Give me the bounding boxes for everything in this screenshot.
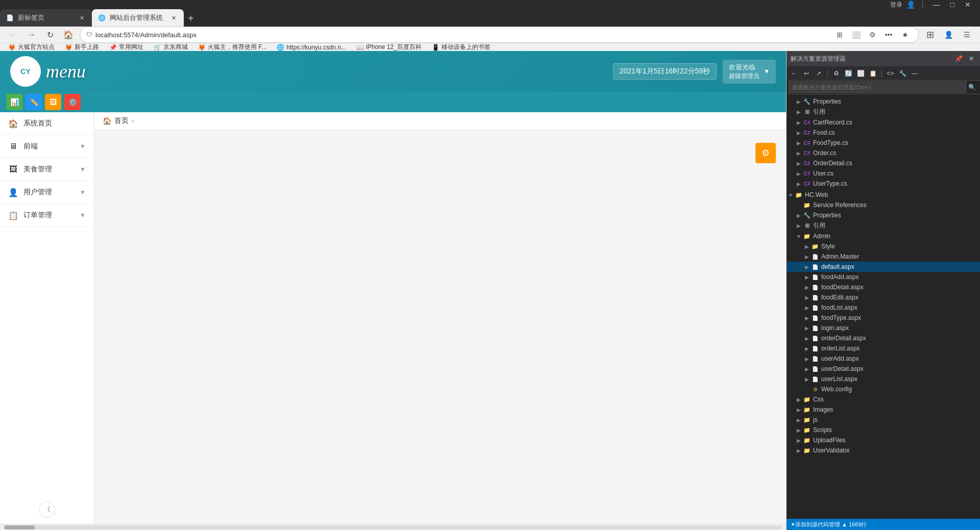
tree-item-orderlist-aspx[interactable]: ▶ 📄 orderList.aspx bbox=[787, 343, 980, 354]
vs-sync-btn[interactable]: ↗ bbox=[813, 68, 824, 79]
sync-button[interactable]: ⚙ bbox=[865, 28, 879, 42]
tree-label-props-web: Properties bbox=[813, 212, 980, 219]
vs-close-panel-button[interactable]: ✕ bbox=[967, 54, 976, 63]
bookmark-button[interactable]: ★ bbox=[898, 28, 912, 42]
tab-admin[interactable]: 🌐 网站后台管理系统 ✕ bbox=[92, 9, 184, 27]
tree-item-admin-folder[interactable]: ▼ 📁 Admin bbox=[787, 231, 980, 241]
tree-item-foodadd-aspx[interactable]: ▶ 📄 foodAdd.aspx bbox=[787, 272, 980, 282]
back-button[interactable]: ← bbox=[6, 28, 20, 42]
vs-pin-button[interactable]: 📌 bbox=[953, 54, 965, 63]
tree-item-orderdetail[interactable]: ▶ C# OrderDetail.cs bbox=[787, 158, 980, 168]
sidebar-item-frontend[interactable]: 🖥 前端 ▼ bbox=[0, 135, 94, 158]
user-dropdown[interactable]: 欢迎光临 超级管理员 ▼ bbox=[723, 60, 776, 84]
vs-properties-btn[interactable]: 🔧 bbox=[897, 68, 908, 79]
window-close[interactable]: ✕ bbox=[962, 1, 974, 9]
tree-item-props-web[interactable]: ▶ 🔧 Properties bbox=[787, 210, 980, 220]
vs-back-btn[interactable]: ← bbox=[789, 68, 800, 79]
tree-item-css-folder[interactable]: ▶ 📁 Css bbox=[787, 394, 980, 405]
tree-item-uservalidator-folder[interactable]: ▶ 📁 UserValidator bbox=[787, 445, 980, 456]
sidebar-item-order[interactable]: 📋 订单管理 ▼ bbox=[0, 204, 94, 227]
account-button[interactable]: 👤 bbox=[941, 28, 955, 42]
extensions-button[interactable]: ⊞ bbox=[923, 28, 937, 42]
vs-code-btn[interactable]: <> bbox=[885, 68, 896, 79]
sidebar-item-home[interactable]: 🏠 系统首页 bbox=[0, 112, 94, 135]
css-folder-icon: 📁 bbox=[803, 395, 811, 403]
tree-item-orderdetail-aspx[interactable]: ▶ 📄 orderDetail.aspx bbox=[787, 333, 980, 343]
stats-button[interactable]: 📊 bbox=[6, 94, 22, 110]
bookmark-firefox[interactable]: 🦊 火狐官方站点 bbox=[4, 43, 59, 51]
tree-item-userdetail-aspx[interactable]: ▶ 📄 userDetail.aspx bbox=[787, 364, 980, 374]
bookmark-csdn[interactable]: 🌐 https://kunyu.csdn.n... bbox=[273, 43, 350, 51]
vs-solution-tree[interactable]: ▶ 🔧 Properties ▶ ⊞ 引用 ▶ C# CartRecord.cs bbox=[787, 94, 980, 519]
sidebar-item-user[interactable]: 👤 用户管理 ▼ bbox=[0, 181, 94, 204]
tree-item-userlist-aspx[interactable]: ▶ 📄 userList.aspx bbox=[787, 374, 980, 384]
bookmark-common[interactable]: 📌 常用网址 bbox=[105, 43, 148, 51]
settings-button[interactable]: ⚙️ bbox=[64, 94, 81, 110]
tree-item-user[interactable]: ▶ C# User.cs bbox=[787, 168, 980, 179]
tree-item-uploadfiles-folder[interactable]: ▶ 📁 UploadFiles bbox=[787, 435, 980, 445]
window-minimize[interactable]: — bbox=[930, 1, 943, 9]
sidebar-item-food[interactable]: 🖼 美食管理 ▼ bbox=[0, 158, 94, 181]
vs-refresh-btn[interactable]: ↩ bbox=[801, 68, 812, 79]
vs-search-input[interactable] bbox=[789, 82, 966, 93]
bookmark-firefox2[interactable]: 🦊 火狐主，推荐使用 F... bbox=[194, 43, 271, 51]
more-button[interactable]: ••• bbox=[881, 28, 896, 42]
tree-item-food[interactable]: ▶ C# Food.cs bbox=[787, 128, 980, 138]
window-maximize[interactable]: □ bbox=[947, 1, 958, 9]
vs-preview-btn[interactable]: 📋 bbox=[867, 68, 878, 79]
bookmark-jd[interactable]: 🛒 京东商城 bbox=[150, 43, 192, 51]
vs-collapse-btn[interactable]: ♻ bbox=[830, 68, 842, 79]
tree-item-foodlist-aspx[interactable]: ▶ 📄 foodList.aspx bbox=[787, 302, 980, 313]
tree-item-login-aspx[interactable]: ▶ 📄 login.aspx bbox=[787, 323, 980, 333]
tree-item-service-refs[interactable]: 📁 Service References bbox=[787, 200, 980, 210]
food-icon: 🖼 bbox=[8, 164, 18, 174]
tab-admin-close[interactable]: ✕ bbox=[169, 14, 178, 22]
vs-refresh2-btn[interactable]: 🔄 bbox=[843, 68, 854, 79]
tree-item-foodtype[interactable]: ▶ C# FoodType.cs bbox=[787, 138, 980, 148]
tree-item-webconfig[interactable]: ⚙ Web.config bbox=[787, 384, 980, 394]
tree-item-foodtype-aspx[interactable]: ▶ 📄 foodType.aspx bbox=[787, 313, 980, 323]
bookmark-mobile[interactable]: 📱 移动设备上的书签 bbox=[428, 43, 495, 51]
collapse-sidebar-button[interactable]: 《 bbox=[39, 501, 55, 518]
new-tab-button[interactable]: + bbox=[184, 13, 198, 24]
tree-item-admin-master[interactable]: ▶ 📄 Admin.Master bbox=[787, 251, 980, 262]
tab-new[interactable]: 📄 新标签页 ✕ bbox=[0, 9, 92, 27]
tree-item-properties-model[interactable]: ▶ 🔧 Properties bbox=[787, 96, 980, 107]
tree-item-hcweb-project[interactable]: ▼ 📁 HC.Web bbox=[787, 190, 980, 200]
home-button[interactable]: 🏠 bbox=[61, 28, 76, 42]
reader-view-button[interactable]: ⊞ bbox=[832, 28, 847, 42]
tree-item-style-folder[interactable]: ▶ 📁 Style bbox=[787, 241, 980, 251]
tree-label-cartrecord: CartRecord.cs bbox=[813, 119, 980, 126]
aspx-userdetail-icon: 📄 bbox=[811, 365, 819, 373]
scrollbar-thumb[interactable] bbox=[4, 525, 35, 529]
tab-new-close[interactable]: ✕ bbox=[78, 14, 86, 22]
tree-item-fooddetail-aspx[interactable]: ▶ 📄 foodDetail.aspx bbox=[787, 282, 980, 292]
tree-item-default-aspx[interactable]: ▶ 📄 default.aspx bbox=[787, 262, 980, 272]
tree-item-scripts-folder[interactable]: ▶ 📁 Scripts bbox=[787, 425, 980, 435]
float-settings-button[interactable]: ⚙ bbox=[755, 143, 776, 163]
container-button[interactable]: ⬜ bbox=[849, 28, 863, 42]
tree-item-ref-web[interactable]: ▶ ⊞ 引用 bbox=[787, 220, 980, 231]
tree-item-ref-model[interactable]: ▶ ⊞ 引用 bbox=[787, 107, 980, 117]
tree-item-js-folder[interactable]: ▶ 📁 js bbox=[787, 415, 980, 425]
bookmark-iphone[interactable]: 📖 iPhone 12_百度百科 bbox=[352, 43, 426, 51]
user-mgmt-icon: 👤 bbox=[8, 187, 18, 197]
address-input[interactable]: localhost:5574/Admin/default.aspx bbox=[95, 31, 829, 39]
aspx-login-icon: 📄 bbox=[811, 324, 819, 332]
vs-minus-btn[interactable]: — bbox=[909, 68, 920, 79]
forward-button[interactable]: → bbox=[24, 28, 39, 42]
edit-button[interactable]: ✏️ bbox=[26, 94, 42, 110]
browser-window: 登录 👤 | — □ ✕ 📄 新标签页 ✕ 🌐 网站后台管理系统 ✕ + bbox=[0, 0, 980, 530]
tree-item-cartrecord[interactable]: ▶ C# CartRecord.cs bbox=[787, 117, 980, 128]
tree-item-usertype[interactable]: ▶ C# UserType.cs bbox=[787, 179, 980, 189]
menu-button[interactable]: ☰ bbox=[960, 28, 974, 42]
image-button[interactable]: 🖼 bbox=[45, 94, 61, 110]
bookmark-newuser[interactable]: 🦊 新手上路 bbox=[61, 43, 103, 51]
vs-show-all-btn[interactable]: ⬜ bbox=[855, 68, 866, 79]
refresh-button[interactable]: ↻ bbox=[43, 28, 57, 42]
tree-item-images-folder[interactable]: ▶ 📁 Images bbox=[787, 405, 980, 415]
images-folder-icon: 📁 bbox=[803, 406, 811, 414]
tree-item-order[interactable]: ▶ C# Order.cs bbox=[787, 148, 980, 158]
tree-item-useradd-aspx[interactable]: ▶ 📄 userAdd.aspx bbox=[787, 354, 980, 364]
tree-item-foodedit-aspx[interactable]: ▶ 📄 foodEdit.aspx bbox=[787, 292, 980, 302]
